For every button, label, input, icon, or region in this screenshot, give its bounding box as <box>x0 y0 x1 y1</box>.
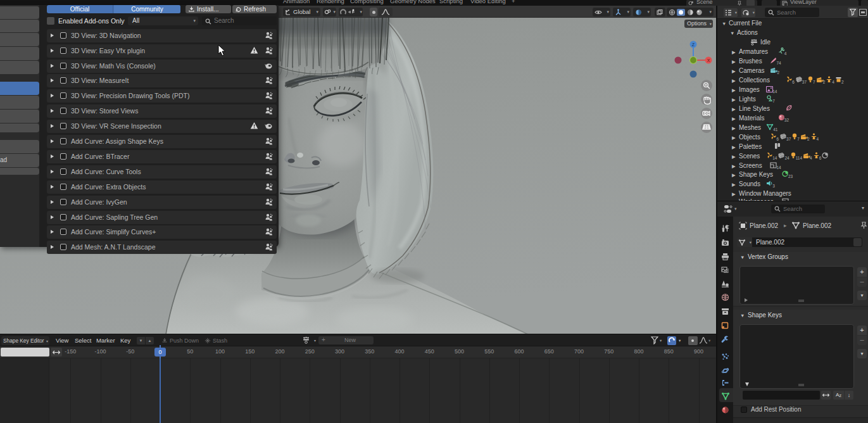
svg-text:X: X <box>707 58 710 63</box>
svg-text:Z: Z <box>692 42 695 47</box>
